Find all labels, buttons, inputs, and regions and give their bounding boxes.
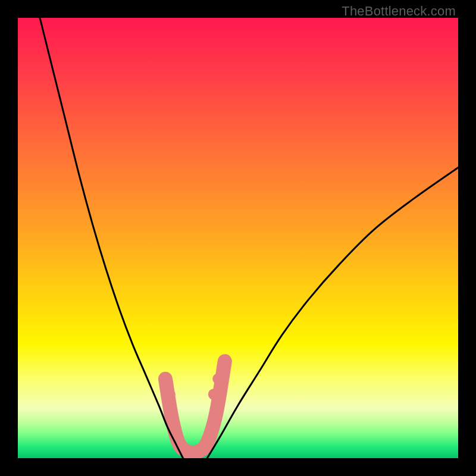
curve-marker	[217, 360, 228, 371]
right-curve	[207, 168, 458, 458]
curve-marker	[208, 389, 220, 400]
curve-marker	[162, 378, 173, 389]
plot-area	[18, 18, 458, 458]
watermark-text: TheBottleneck.com	[342, 4, 456, 19]
curve-marker	[164, 389, 176, 400]
chart-frame: TheBottleneck.com	[0, 0, 476, 476]
curve-markers	[162, 360, 228, 400]
curve-layer	[18, 18, 458, 458]
curve-marker	[212, 373, 224, 384]
